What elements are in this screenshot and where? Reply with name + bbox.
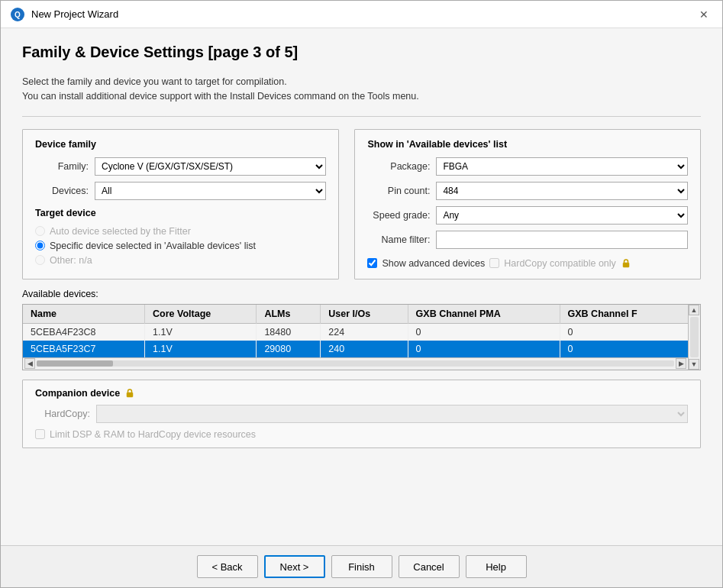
scroll-down-arrow[interactable]: ▼ bbox=[689, 359, 699, 370]
next-button[interactable]: Next > bbox=[264, 555, 325, 578]
speedgrade-row: Speed grade: Any bbox=[367, 206, 688, 225]
left-panel: Device family Family: Cyclone V (E/GX/GT… bbox=[22, 129, 339, 279]
target-device-title: Target device bbox=[35, 208, 326, 218]
cell-gxb-f: 0 bbox=[560, 341, 688, 357]
cell-core-voltage: 1.1V bbox=[145, 341, 257, 357]
show-in-section: Package: FBGA Pin count: 484 Speed grade… bbox=[367, 157, 688, 269]
title-bar-left: Q New Project Wizard bbox=[10, 7, 118, 22]
show-advanced-row: Show advanced devices HardCopy compatibl… bbox=[367, 258, 688, 269]
target-device-label-2: Specific device selected in 'Available d… bbox=[50, 241, 256, 251]
package-select[interactable]: FBGA bbox=[436, 157, 688, 176]
namefilter-input[interactable] bbox=[436, 231, 688, 249]
scroll-hthumb[interactable] bbox=[37, 360, 113, 367]
devices-table: Name Core Voltage ALMs User I/Os GXB Cha… bbox=[23, 305, 688, 357]
family-label: Family: bbox=[35, 161, 89, 172]
show-in-list-title: Show in 'Available devices' list bbox=[367, 139, 688, 150]
table-header-row: Name Core Voltage ALMs User I/Os GXB Cha… bbox=[23, 305, 688, 324]
devices-label: Devices: bbox=[35, 186, 89, 196]
app-icon: Q bbox=[10, 7, 25, 22]
page-title: Family & Device Settings [page 3 of 5] bbox=[22, 44, 701, 61]
table-body: 5CEBA4F23C8 1.1V 18480 224 0 0 5CEBA5F23… bbox=[23, 323, 688, 357]
namefilter-label: Name filter: bbox=[367, 234, 430, 245]
target-device-radio-1[interactable] bbox=[35, 226, 45, 236]
companion-checkbox-row: Limit DSP & RAM to HardCopy device resou… bbox=[35, 429, 688, 440]
scroll-htrack[interactable] bbox=[37, 360, 674, 367]
right-panel: Show in 'Available devices' list Package… bbox=[354, 129, 701, 279]
col-alms: ALMs bbox=[257, 305, 321, 324]
col-gxb-f: GXB Channel F bbox=[560, 305, 688, 324]
scroll-left-arrow[interactable]: ◀ bbox=[24, 358, 35, 369]
hardcopy-label: HardCopy: bbox=[35, 409, 90, 419]
table-row[interactable]: 5CEBA5F23C7 1.1V 29080 240 0 0 bbox=[23, 341, 688, 357]
target-device-option3-row: Other: n/a bbox=[35, 255, 326, 266]
devices-table-main: Name Core Voltage ALMs User I/Os GXB Cha… bbox=[23, 305, 688, 370]
package-row: Package: FBGA bbox=[367, 157, 688, 176]
svg-rect-3 bbox=[127, 393, 133, 397]
companion-device-section: Companion device HardCopy: Limit DSP & R… bbox=[22, 380, 701, 448]
cell-user-io: 240 bbox=[321, 341, 408, 357]
hardcopy-compat-label: HardCopy compatible only bbox=[504, 258, 616, 269]
target-device-option1-row: Auto device selected by the Fitter bbox=[35, 226, 326, 237]
cell-gxb-pma: 0 bbox=[408, 341, 560, 357]
target-device-label-3: Other: n/a bbox=[50, 255, 92, 266]
cell-user-io: 224 bbox=[321, 323, 408, 341]
finish-button[interactable]: Finish bbox=[331, 555, 392, 578]
family-row: Family: Cyclone V (E/GX/GT/SX/SE/ST) bbox=[35, 157, 326, 176]
dialog-content: Family & Device Settings [page 3 of 5] S… bbox=[1, 28, 722, 545]
help-button[interactable]: Help bbox=[466, 555, 527, 578]
cell-core-voltage: 1.1V bbox=[145, 323, 257, 341]
scroll-right-arrow[interactable]: ▶ bbox=[676, 358, 686, 369]
title-bar: Q New Project Wizard ✕ bbox=[1, 1, 722, 28]
companion-lock-icon bbox=[124, 388, 135, 399]
svg-rect-2 bbox=[623, 263, 629, 267]
col-core-voltage: Core Voltage bbox=[145, 305, 257, 324]
pincount-row: Pin count: 484 bbox=[367, 182, 688, 200]
speedgrade-label: Speed grade: bbox=[367, 210, 430, 221]
description: Select the family and device you want to… bbox=[22, 75, 701, 104]
hardcopy-compat-checkbox[interactable] bbox=[489, 258, 499, 268]
cell-gxb-pma: 0 bbox=[408, 323, 560, 341]
table-row[interactable]: 5CEBA4F23C8 1.1V 18480 224 0 0 bbox=[23, 323, 688, 341]
scroll-vtrack[interactable] bbox=[690, 317, 699, 357]
cell-name: 5CEBA5F23C7 bbox=[23, 341, 145, 357]
table-vscrollbar[interactable]: ▲ ▼ bbox=[688, 305, 700, 370]
limit-dsp-checkbox[interactable] bbox=[35, 429, 45, 439]
target-device-option2-row: Specific device selected in 'Available d… bbox=[35, 241, 326, 251]
devices-row: Devices: All bbox=[35, 182, 326, 200]
target-device-radio-2[interactable] bbox=[35, 241, 45, 250]
devices-table-container: Name Core Voltage ALMs User I/Os GXB Cha… bbox=[22, 304, 701, 370]
devices-select[interactable]: All bbox=[95, 182, 326, 200]
companion-title-row: Companion device bbox=[35, 388, 688, 399]
col-gxb-pma: GXB Channel PMA bbox=[408, 305, 560, 324]
device-family-title: Device family bbox=[35, 139, 326, 150]
table-hscrollbar[interactable]: ◀ ▶ bbox=[23, 357, 688, 370]
hardcopy-select[interactable] bbox=[96, 405, 688, 423]
cancel-button[interactable]: Cancel bbox=[399, 555, 460, 578]
show-advanced-checkbox[interactable] bbox=[367, 258, 377, 268]
lock-icon bbox=[621, 258, 631, 269]
available-devices-section: Available devices: Name Core Voltage ALM… bbox=[22, 289, 701, 370]
dialog-window: Q New Project Wizard ✕ Family & Device S… bbox=[0, 0, 723, 588]
limit-dsp-label: Limit DSP & RAM to HardCopy device resou… bbox=[50, 429, 256, 440]
package-label: Package: bbox=[367, 161, 430, 172]
back-button[interactable]: < Back bbox=[197, 555, 258, 578]
pincount-select[interactable]: 484 bbox=[436, 182, 688, 200]
close-button[interactable]: ✕ bbox=[695, 7, 713, 22]
cell-name: 5CEBA4F23C8 bbox=[23, 323, 145, 341]
divider bbox=[22, 116, 701, 117]
svg-text:Q: Q bbox=[15, 11, 21, 19]
col-name: Name bbox=[23, 305, 145, 324]
companion-title: Companion device bbox=[35, 388, 120, 399]
two-col-section: Device family Family: Cyclone V (E/GX/GT… bbox=[22, 129, 701, 279]
cell-alms: 18480 bbox=[257, 323, 321, 341]
target-device-section: Target device Auto device selected by th… bbox=[35, 208, 326, 266]
cell-gxb-f: 0 bbox=[560, 323, 688, 341]
speedgrade-select[interactable]: Any bbox=[436, 206, 688, 225]
target-device-radio-3[interactable] bbox=[35, 255, 45, 265]
col-user-io: User I/Os bbox=[321, 305, 408, 324]
scroll-up-arrow[interactable]: ▲ bbox=[689, 305, 699, 315]
target-device-label-1: Auto device selected by the Fitter bbox=[50, 226, 191, 237]
family-select[interactable]: Cyclone V (E/GX/GT/SX/SE/ST) bbox=[95, 157, 326, 176]
desc-line1: Select the family and device you want to… bbox=[22, 76, 287, 87]
available-devices-title: Available devices: bbox=[22, 289, 701, 299]
